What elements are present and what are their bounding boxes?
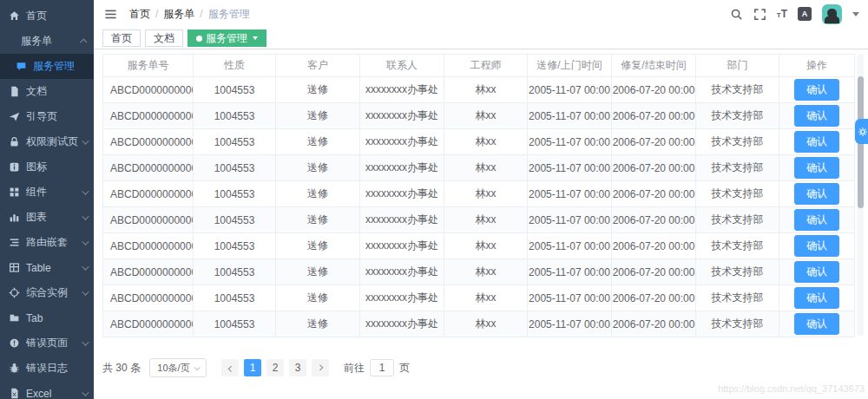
sidebar-item-label: 综合实例: [26, 285, 68, 300]
cell-end-time: 2006-07-20 00:00: [612, 259, 696, 285]
page-button-1[interactable]: 1: [244, 359, 261, 376]
confirm-button[interactable]: 确认: [794, 209, 839, 231]
sidebar-item-service-order[interactable]: 服务单: [0, 29, 94, 54]
sidebar-item-error-pages[interactable]: 错误页面: [0, 330, 94, 356]
chevron-down-icon: [82, 137, 89, 144]
cell-engineer: 林xx: [444, 259, 528, 285]
confirm-button[interactable]: 确认: [794, 235, 839, 257]
cell-department: 技术支持部: [696, 311, 779, 337]
confirm-button[interactable]: 确认: [794, 79, 839, 101]
confirm-button[interactable]: 确认: [794, 261, 839, 283]
cell-start-time: 2005-11-07 00:00: [528, 259, 612, 285]
table-header-cell: 修复/结束时间: [612, 55, 696, 77]
tab-label: 首页: [111, 31, 132, 46]
cell-action: 确认: [779, 155, 855, 181]
tab-home[interactable]: 首页: [102, 29, 141, 47]
cell-start-time: 2005-11-07 00:00: [528, 311, 612, 337]
cell-order-no: ABCD00000000000: [103, 285, 194, 311]
cell-department: 技术支持部: [696, 181, 779, 207]
hamburger-icon[interactable]: [104, 8, 117, 21]
cell-customer: 送修: [276, 181, 360, 207]
confirm-button[interactable]: 确认: [794, 157, 839, 179]
cell-end-time: 2006-07-20 00:00: [612, 155, 696, 181]
sidebar: 首页 服务单 服务管理 文档 引导页 权限测试页 图标: [0, 0, 94, 399]
cell-end-time: 2006-07-20 00:00: [612, 207, 696, 233]
sidebar-item-components[interactable]: 组件: [0, 180, 94, 205]
lock-icon: [9, 136, 20, 147]
cell-engineer: 林xx: [444, 181, 528, 207]
table-row: ABCD00000000000 1004553 送修 xxxxxxxx办事处 林…: [103, 233, 855, 259]
home-icon: [9, 10, 20, 22]
tab-label: 文档: [154, 31, 174, 46]
cell-order-no: ABCD00000000000: [103, 77, 194, 103]
sidebar-item-example[interactable]: 综合实例: [0, 280, 94, 305]
page-button-3[interactable]: 3: [289, 359, 306, 376]
cell-contact: xxxxxxxx办事处: [360, 77, 444, 103]
page-size-select[interactable]: 10条/页: [149, 358, 207, 377]
cell-action: 确认: [779, 259, 855, 285]
breadcrumb-item-service-order[interactable]: 服务单: [163, 7, 194, 22]
tab-docs[interactable]: 文档: [145, 29, 183, 47]
sidebar-item-label: 图表: [26, 210, 47, 225]
sidebar-item-excel[interactable]: Excel: [0, 381, 94, 399]
breadcrumb-item-home[interactable]: 首页: [129, 7, 150, 22]
cell-action: 确认: [779, 129, 855, 155]
translate-icon[interactable]: A: [798, 7, 812, 21]
settings-panel-button[interactable]: [855, 119, 868, 144]
table-scrollbar-track[interactable]: [858, 54, 864, 337]
tab-service-management[interactable]: 服务管理: [187, 29, 266, 47]
breadcrumb-separator: /: [155, 8, 158, 20]
sidebar-item-error-log[interactable]: 错误日志: [0, 356, 94, 381]
sidebar-item-nested-routes[interactable]: 路由嵌套: [0, 230, 94, 255]
cell-contact: xxxxxxxx办事处: [360, 285, 444, 311]
fullscreen-icon[interactable]: [753, 8, 766, 21]
avatar-caret-down-icon[interactable]: [852, 12, 859, 16]
sidebar-item-charts[interactable]: 图表: [0, 205, 94, 230]
table-row: ABCD00000000000 1004553 送修 xxxxxxxx办事处 林…: [103, 77, 855, 103]
cell-end-time: 2006-07-20 00:00: [612, 103, 696, 129]
sidebar-item-docs[interactable]: 文档: [0, 79, 94, 104]
next-page-button[interactable]: [312, 359, 329, 376]
sidebar-item-table[interactable]: Table: [0, 255, 94, 280]
cell-department: 技术支持部: [696, 155, 779, 181]
sidebar-item-label: Tab: [26, 312, 43, 324]
table-header-cell: 服务单号: [103, 55, 194, 77]
cell-customer: 送修: [276, 129, 360, 155]
sidebar-item-label: 文档: [26, 84, 47, 99]
cell-end-time: 2006-07-20 00:00: [612, 77, 696, 103]
sidebar-item-icons[interactable]: 图标: [0, 154, 94, 180]
cell-nature: 1004553: [194, 259, 276, 285]
cell-start-time: 2005-11-07 00:00: [528, 77, 612, 103]
sidebar-item-guide[interactable]: 引导页: [0, 104, 94, 129]
font-size-icon[interactable]: TT: [777, 9, 787, 19]
confirm-button[interactable]: 确认: [794, 183, 839, 205]
cell-engineer: 林xx: [444, 77, 528, 103]
sidebar-item-tab[interactable]: Tab: [0, 305, 94, 330]
page-button-2[interactable]: 2: [266, 359, 284, 376]
watermark: https://blog.csdn.net/qq_37143673: [718, 383, 865, 394]
confirm-button[interactable]: 确认: [794, 105, 839, 127]
confirm-button[interactable]: 确认: [794, 131, 839, 153]
pagination: 共 30 条 10条/页 1 2 3 前往 页: [102, 358, 410, 377]
confirm-button[interactable]: 确认: [794, 287, 839, 309]
cell-customer: 送修: [276, 207, 360, 233]
goto-page-input[interactable]: [370, 359, 394, 376]
search-icon[interactable]: [730, 8, 743, 21]
confirm-button[interactable]: 确认: [794, 313, 839, 335]
cell-contact: xxxxxxxx办事处: [360, 233, 444, 259]
cell-customer: 送修: [276, 103, 360, 129]
goto-label: 前往: [344, 361, 365, 376]
sidebar-item-permission[interactable]: 权限测试页: [0, 129, 94, 154]
table-row: ABCD00000000000 1004553 送修 xxxxxxxx办事处 林…: [103, 181, 855, 207]
avatar[interactable]: [822, 4, 842, 24]
table-header-cell: 联系人: [360, 55, 444, 77]
error-page-icon: [9, 337, 20, 349]
prev-page-button[interactable]: [221, 359, 239, 376]
goto-suffix: 页: [399, 361, 410, 376]
sidebar-item-home[interactable]: 首页: [0, 3, 94, 29]
table-header-cell: 性质: [194, 55, 276, 77]
cell-department: 技术支持部: [696, 285, 779, 311]
table-header-cell: 操作: [779, 55, 855, 77]
cell-nature: 1004553: [194, 77, 276, 103]
sidebar-item-service-management[interactable]: 服务管理: [0, 54, 94, 79]
